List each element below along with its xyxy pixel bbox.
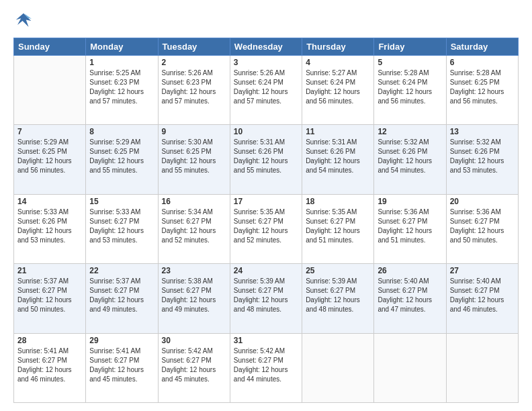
day-info: Sunrise: 5:39 AMSunset: 6:27 PMDaylight:… (306, 277, 370, 314)
week-row-3: 14Sunrise: 5:33 AMSunset: 6:26 PMDayligh… (14, 194, 519, 263)
day-number: 9 (162, 127, 226, 136)
day-info: Sunrise: 5:32 AMSunset: 6:26 PMDaylight:… (378, 138, 442, 175)
day-number: 4 (306, 58, 370, 67)
day-info: Sunrise: 5:31 AMSunset: 6:26 PMDaylight:… (306, 138, 370, 175)
calendar-cell: 9Sunrise: 5:30 AMSunset: 6:25 PMDaylight… (158, 125, 230, 194)
day-info: Sunrise: 5:41 AMSunset: 6:27 PMDaylight:… (89, 347, 154, 384)
day-number: 16 (162, 197, 226, 206)
day-info: Sunrise: 5:38 AMSunset: 6:27 PMDaylight:… (162, 277, 226, 314)
day-info: Sunrise: 5:35 AMSunset: 6:27 PMDaylight:… (234, 208, 298, 245)
calendar-cell: 22Sunrise: 5:37 AMSunset: 6:27 PMDayligh… (86, 264, 158, 333)
day-number: 14 (17, 197, 82, 206)
day-number: 22 (89, 266, 154, 275)
day-number: 3 (234, 58, 298, 67)
svg-marker-0 (16, 13, 32, 27)
day-number: 8 (89, 127, 154, 136)
day-info: Sunrise: 5:26 AMSunset: 6:24 PMDaylight:… (234, 68, 298, 106)
calendar-cell: 27Sunrise: 5:40 AMSunset: 6:27 PMDayligh… (446, 264, 518, 333)
day-info: Sunrise: 5:34 AMSunset: 6:27 PMDaylight:… (162, 208, 226, 245)
day-number: 27 (450, 266, 515, 275)
day-number: 28 (17, 336, 82, 345)
logo (13, 11, 36, 31)
day-number: 6 (450, 58, 515, 67)
col-header-thursday: Thursday (302, 38, 374, 56)
calendar-cell: 17Sunrise: 5:35 AMSunset: 6:27 PMDayligh… (230, 194, 302, 263)
day-info: Sunrise: 5:33 AMSunset: 6:27 PMDaylight:… (89, 208, 154, 245)
day-info: Sunrise: 5:37 AMSunset: 6:27 PMDaylight:… (17, 277, 82, 314)
day-info: Sunrise: 5:41 AMSunset: 6:27 PMDaylight:… (17, 347, 82, 384)
logo-icon (13, 11, 34, 31)
day-info: Sunrise: 5:36 AMSunset: 6:27 PMDaylight:… (450, 208, 515, 245)
day-number: 19 (378, 197, 442, 206)
calendar-cell: 18Sunrise: 5:35 AMSunset: 6:27 PMDayligh… (302, 194, 374, 263)
day-number: 1 (89, 58, 154, 67)
col-header-sunday: Sunday (14, 38, 86, 56)
calendar-cell: 2Sunrise: 5:26 AMSunset: 6:23 PMDaylight… (158, 56, 230, 125)
day-number: 11 (306, 127, 370, 136)
col-header-tuesday: Tuesday (158, 38, 230, 56)
day-info: Sunrise: 5:36 AMSunset: 6:27 PMDaylight:… (378, 208, 442, 245)
col-header-saturday: Saturday (446, 38, 518, 56)
calendar-cell: 19Sunrise: 5:36 AMSunset: 6:27 PMDayligh… (374, 194, 446, 263)
calendar-cell: 8Sunrise: 5:29 AMSunset: 6:25 PMDaylight… (86, 125, 158, 194)
week-row-4: 21Sunrise: 5:37 AMSunset: 6:27 PMDayligh… (14, 264, 519, 333)
day-number: 18 (306, 197, 370, 206)
calendar-cell: 7Sunrise: 5:29 AMSunset: 6:25 PMDaylight… (14, 125, 86, 194)
day-number: 2 (162, 58, 226, 67)
week-row-2: 7Sunrise: 5:29 AMSunset: 6:25 PMDaylight… (14, 125, 519, 194)
day-info: Sunrise: 5:29 AMSunset: 6:25 PMDaylight:… (89, 138, 154, 175)
day-info: Sunrise: 5:40 AMSunset: 6:27 PMDaylight:… (450, 277, 515, 314)
day-info: Sunrise: 5:32 AMSunset: 6:26 PMDaylight:… (450, 138, 515, 175)
day-number: 10 (234, 127, 298, 136)
week-row-5: 28Sunrise: 5:41 AMSunset: 6:27 PMDayligh… (14, 333, 519, 402)
calendar-cell: 6Sunrise: 5:28 AMSunset: 6:25 PMDaylight… (446, 56, 518, 125)
calendar-cell: 21Sunrise: 5:37 AMSunset: 6:27 PMDayligh… (14, 264, 86, 333)
calendar-cell: 26Sunrise: 5:40 AMSunset: 6:27 PMDayligh… (374, 264, 446, 333)
day-info: Sunrise: 5:28 AMSunset: 6:25 PMDaylight:… (450, 68, 515, 106)
day-info: Sunrise: 5:35 AMSunset: 6:27 PMDaylight:… (306, 208, 370, 245)
calendar-cell: 24Sunrise: 5:39 AMSunset: 6:27 PMDayligh… (230, 264, 302, 333)
day-number: 13 (450, 127, 515, 136)
calendar-cell: 28Sunrise: 5:41 AMSunset: 6:27 PMDayligh… (14, 333, 86, 402)
day-number: 25 (306, 266, 370, 275)
calendar-cell: 15Sunrise: 5:33 AMSunset: 6:27 PMDayligh… (86, 194, 158, 263)
day-info: Sunrise: 5:26 AMSunset: 6:23 PMDaylight:… (162, 68, 226, 106)
calendar-cell: 31Sunrise: 5:42 AMSunset: 6:27 PMDayligh… (230, 333, 302, 402)
day-info: Sunrise: 5:33 AMSunset: 6:26 PMDaylight:… (17, 208, 82, 245)
day-info: Sunrise: 5:31 AMSunset: 6:26 PMDaylight:… (234, 138, 298, 175)
calendar-cell: 5Sunrise: 5:28 AMSunset: 6:24 PMDaylight… (374, 56, 446, 125)
calendar-cell: 12Sunrise: 5:32 AMSunset: 6:26 PMDayligh… (374, 125, 446, 194)
calendar-cell (302, 333, 374, 402)
calendar-cell: 4Sunrise: 5:27 AMSunset: 6:24 PMDaylight… (302, 56, 374, 125)
calendar-cell: 11Sunrise: 5:31 AMSunset: 6:26 PMDayligh… (302, 125, 374, 194)
day-number: 15 (89, 197, 154, 206)
calendar-table: SundayMondayTuesdayWednesdayThursdayFrid… (13, 38, 519, 403)
day-number: 31 (234, 336, 298, 345)
day-number: 5 (378, 58, 442, 67)
calendar-cell: 25Sunrise: 5:39 AMSunset: 6:27 PMDayligh… (302, 264, 374, 333)
week-row-1: 1Sunrise: 5:25 AMSunset: 6:23 PMDaylight… (14, 56, 519, 125)
day-info: Sunrise: 5:39 AMSunset: 6:27 PMDaylight:… (234, 277, 298, 314)
calendar-cell: 20Sunrise: 5:36 AMSunset: 6:27 PMDayligh… (446, 194, 518, 263)
day-info: Sunrise: 5:27 AMSunset: 6:24 PMDaylight:… (306, 68, 370, 106)
calendar-cell: 10Sunrise: 5:31 AMSunset: 6:26 PMDayligh… (230, 125, 302, 194)
calendar-cell: 1Sunrise: 5:25 AMSunset: 6:23 PMDaylight… (86, 56, 158, 125)
day-number: 12 (378, 127, 442, 136)
calendar-cell: 14Sunrise: 5:33 AMSunset: 6:26 PMDayligh… (14, 194, 86, 263)
calendar-cell: 13Sunrise: 5:32 AMSunset: 6:26 PMDayligh… (446, 125, 518, 194)
calendar-cell: 30Sunrise: 5:42 AMSunset: 6:27 PMDayligh… (158, 333, 230, 402)
calendar-cell: 3Sunrise: 5:26 AMSunset: 6:24 PMDaylight… (230, 56, 302, 125)
day-number: 20 (450, 197, 515, 206)
day-number: 7 (17, 127, 82, 136)
day-number: 26 (378, 266, 442, 275)
day-number: 29 (89, 336, 154, 345)
day-info: Sunrise: 5:25 AMSunset: 6:23 PMDaylight:… (89, 68, 154, 106)
calendar-cell (14, 56, 86, 125)
calendar-cell (446, 333, 518, 402)
day-number: 30 (162, 336, 226, 345)
day-number: 23 (162, 266, 226, 275)
calendar-cell: 16Sunrise: 5:34 AMSunset: 6:27 PMDayligh… (158, 194, 230, 263)
day-info: Sunrise: 5:37 AMSunset: 6:27 PMDaylight:… (89, 277, 154, 314)
day-info: Sunrise: 5:42 AMSunset: 6:27 PMDaylight:… (162, 347, 226, 384)
col-header-monday: Monday (86, 38, 158, 56)
